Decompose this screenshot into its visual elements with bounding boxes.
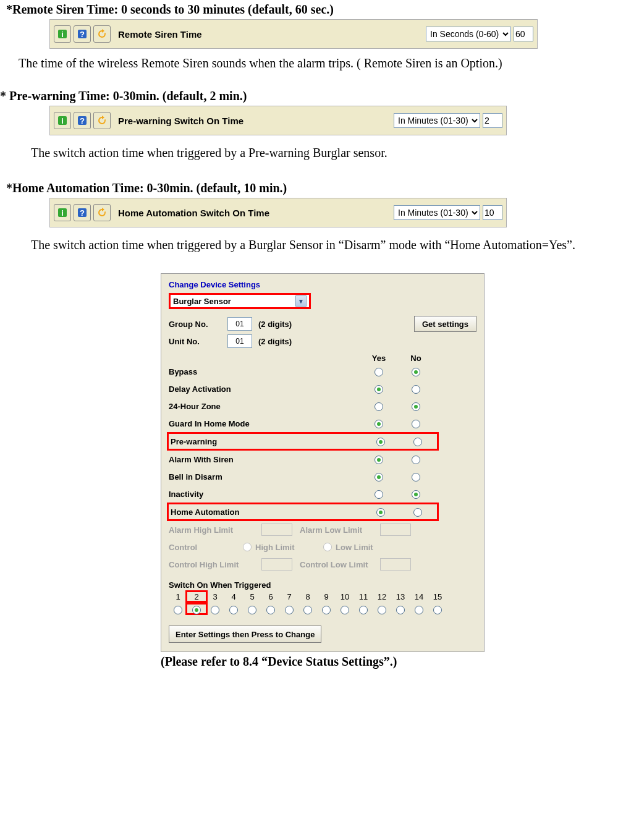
switch-radio[interactable] xyxy=(359,606,368,614)
prewarn-value-input[interactable] xyxy=(483,113,502,128)
option-yes-radio[interactable] xyxy=(375,490,383,499)
option-label: Inactivity xyxy=(169,490,360,499)
option-row: Bypass xyxy=(169,363,476,380)
alarm-limit-row: Alarm High Limit Alarm Low Limit xyxy=(169,521,476,538)
refresh-icon[interactable] xyxy=(93,25,111,43)
switch-radio[interactable] xyxy=(266,606,275,614)
svg-text:i: i xyxy=(61,116,64,125)
info-icon[interactable]: i xyxy=(54,112,71,129)
switch-grid: 123456789101112131415 xyxy=(169,592,476,617)
panel-title: Change Device Settings xyxy=(169,280,476,289)
svg-text:?: ? xyxy=(80,116,85,125)
option-yes-radio[interactable] xyxy=(375,473,383,482)
option-yes-radio[interactable] xyxy=(375,420,383,428)
option-row: Delay Activation xyxy=(169,380,476,397)
switch-radio[interactable] xyxy=(285,606,294,614)
help-icon[interactable]: ? xyxy=(74,204,91,221)
switch-radio[interactable] xyxy=(211,606,219,614)
help-icon[interactable]: ? xyxy=(74,112,91,129)
option-row: Pre-warning xyxy=(167,432,439,451)
unit-no-input[interactable] xyxy=(227,334,252,348)
prewarn-unit-select[interactable]: In Minutes (01-30) xyxy=(394,113,480,128)
yes-no-header: Yes No xyxy=(169,354,476,363)
remote-value-input[interactable] xyxy=(514,27,533,41)
digits-hint: (2 digits) xyxy=(258,320,292,329)
help-icon[interactable]: ? xyxy=(74,25,91,43)
section-heading-prewarn: * Pre-warning Time: 0-30min. (default, 2… xyxy=(0,89,618,103)
control-limit-row: Control High Limit Control Low Limit xyxy=(169,556,476,573)
option-row: Inactivity xyxy=(169,485,476,503)
option-label: 24-Hour Zone xyxy=(169,402,360,411)
option-row: Bell in Disarm xyxy=(169,468,476,485)
switch-radio[interactable] xyxy=(248,606,256,614)
device-type-select[interactable]: Burglar Sensor ▼ xyxy=(169,293,311,309)
digits-hint: (2 digits) xyxy=(258,337,292,346)
switch-number: 5 xyxy=(243,592,261,605)
option-no-radio[interactable] xyxy=(412,420,420,428)
option-no-radio[interactable] xyxy=(412,473,420,482)
ctrl-high-input xyxy=(261,558,292,571)
switch-radio[interactable] xyxy=(396,606,405,614)
ctrl-low-input xyxy=(380,558,411,571)
remote-siren-row: i ? Remote Siren Time In Seconds (0-60) xyxy=(49,19,538,49)
homeauto-unit-select[interactable]: In Minutes (01-30) xyxy=(394,205,480,220)
setting-label: Home Automation Switch On Time xyxy=(118,208,269,218)
get-settings-button[interactable]: Get settings xyxy=(414,316,476,332)
option-no-radio[interactable] xyxy=(412,385,420,394)
enter-settings-button[interactable]: Enter Settings then Press to Change xyxy=(169,626,321,643)
switch-number: 12 xyxy=(373,592,391,605)
option-yes-radio[interactable] xyxy=(375,368,383,376)
remote-unit-select[interactable]: In Seconds (0-60) xyxy=(426,27,511,41)
refresh-icon[interactable] xyxy=(93,204,111,221)
option-row: Home Automation xyxy=(167,503,439,521)
option-no-radio[interactable] xyxy=(412,456,420,464)
svg-text:i: i xyxy=(61,208,64,218)
switch-number: 10 xyxy=(336,592,354,605)
svg-text:?: ? xyxy=(80,30,85,39)
option-no-radio[interactable] xyxy=(413,508,422,517)
switch-radio[interactable] xyxy=(433,606,442,614)
option-no-radio[interactable] xyxy=(412,402,420,411)
switch-radio[interactable] xyxy=(174,606,182,614)
svg-text:i: i xyxy=(61,30,64,39)
option-no-radio[interactable] xyxy=(412,368,420,376)
option-yes-radio[interactable] xyxy=(376,508,385,517)
alarm-high-input xyxy=(261,524,292,536)
info-icon[interactable]: i xyxy=(54,204,71,221)
switch-radio[interactable] xyxy=(303,606,312,614)
unit-no-label: Unit No. xyxy=(169,337,227,346)
group-no-label: Group No. xyxy=(169,320,227,329)
option-no-radio[interactable] xyxy=(413,438,422,446)
switch-radio[interactable] xyxy=(192,606,201,614)
switch-radio[interactable] xyxy=(341,606,349,614)
info-icon[interactable]: i xyxy=(54,25,71,43)
switch-number: 9 xyxy=(317,592,336,605)
option-label: Bypass xyxy=(169,367,360,376)
device-type-value: Burglar Sensor xyxy=(173,297,231,306)
alarm-low-input xyxy=(380,524,411,536)
option-yes-radio[interactable] xyxy=(376,438,385,446)
option-label: Home Automation xyxy=(171,507,362,517)
high-limit-radio xyxy=(243,543,252,551)
option-no-radio[interactable] xyxy=(412,490,420,499)
option-yes-radio[interactable] xyxy=(375,402,383,411)
switch-number: 3 xyxy=(206,592,224,605)
homeauto-value-input[interactable] xyxy=(483,205,502,220)
option-yes-radio[interactable] xyxy=(375,456,383,464)
group-no-input[interactable] xyxy=(227,317,252,331)
switch-number: 7 xyxy=(280,592,298,605)
chevron-down-icon: ▼ xyxy=(295,295,307,307)
section-heading-remote: *Remote Siren Time: 0 seconds to 30 minu… xyxy=(6,2,618,17)
reference-caption: (Please refer to 8.4 “Device Status Sett… xyxy=(161,655,618,669)
switch-number: 15 xyxy=(428,592,447,605)
switch-number: 8 xyxy=(298,592,317,605)
refresh-icon[interactable] xyxy=(93,112,111,129)
option-yes-radio[interactable] xyxy=(375,385,383,394)
switch-radio[interactable] xyxy=(415,606,423,614)
switch-radio[interactable] xyxy=(229,606,238,614)
prewarn-row: i ? Pre-warning Switch On Time In Minute… xyxy=(49,106,507,135)
option-label: Guard In Home Mode xyxy=(169,419,360,428)
switch-radio[interactable] xyxy=(322,606,331,614)
switch-radio[interactable] xyxy=(378,606,386,614)
remote-description: The time of the wireless Remote Siren so… xyxy=(19,56,618,70)
